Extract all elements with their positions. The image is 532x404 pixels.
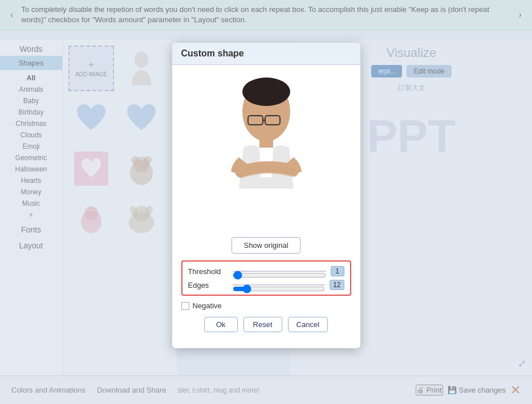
negative-checkbox[interactable] <box>181 302 189 310</box>
threshold-row: Threshold 1 <box>188 266 344 276</box>
threshold-slider[interactable] <box>233 271 326 272</box>
threshold-value: 1 <box>331 266 344 276</box>
threshold-label: Threshold <box>188 267 228 276</box>
edges-range-input[interactable] <box>233 284 326 293</box>
show-original-button[interactable]: Show original <box>232 237 300 254</box>
modal-body: Show original Threshold 1 Edges 12 <box>172 65 360 348</box>
reset-button[interactable]: Reset <box>243 317 282 332</box>
svg-rect-17 <box>259 138 273 148</box>
custom-shape-modal: Custom shape <box>172 43 360 348</box>
person-image <box>209 75 323 228</box>
edges-row: Edges 12 <box>188 280 344 290</box>
negative-label: Negative <box>193 301 222 310</box>
cancel-button[interactable]: Cancel <box>288 317 328 332</box>
modal-title: Custom shape <box>181 48 244 58</box>
svg-point-13 <box>242 77 290 106</box>
threshold-edges-box: Threshold 1 Edges 12 <box>181 260 351 296</box>
edges-value: 12 <box>330 280 344 290</box>
edges-label: Edges <box>188 281 228 289</box>
threshold-range-input[interactable] <box>233 271 326 280</box>
negative-row: Negative <box>181 301 351 310</box>
modal-header: Custom shape <box>172 43 360 65</box>
modal-image-area <box>181 72 351 231</box>
edges-slider[interactable] <box>233 284 326 285</box>
ok-button[interactable]: Ok <box>204 317 238 332</box>
modal-footer: Ok Reset Cancel <box>181 317 351 341</box>
